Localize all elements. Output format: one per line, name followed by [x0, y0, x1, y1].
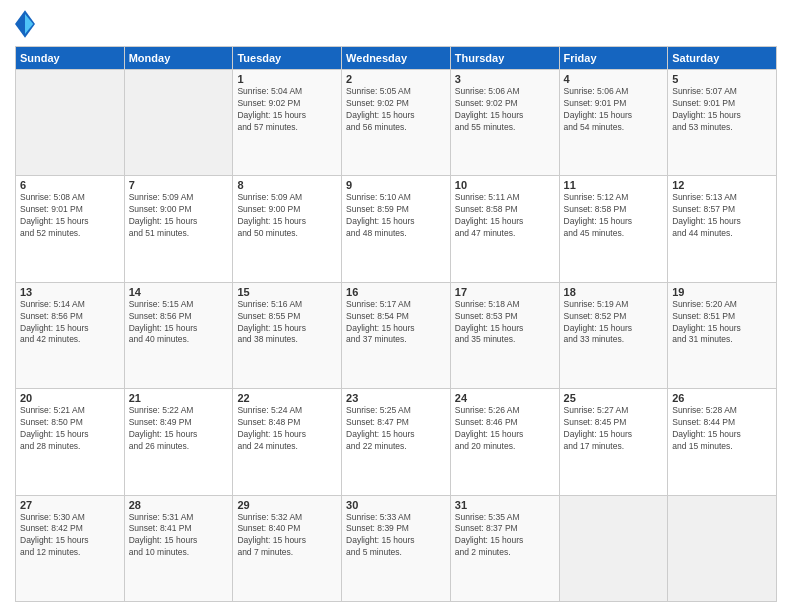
day-number: 18: [564, 286, 664, 298]
day-number: 6: [20, 179, 120, 191]
day-number: 15: [237, 286, 337, 298]
day-info: Sunrise: 5:22 AM Sunset: 8:49 PM Dayligh…: [129, 405, 229, 453]
calendar-cell: 6Sunrise: 5:08 AM Sunset: 9:01 PM Daylig…: [16, 176, 125, 282]
calendar-cell: 20Sunrise: 5:21 AM Sunset: 8:50 PM Dayli…: [16, 389, 125, 495]
day-info: Sunrise: 5:18 AM Sunset: 8:53 PM Dayligh…: [455, 299, 555, 347]
day-info: Sunrise: 5:08 AM Sunset: 9:01 PM Dayligh…: [20, 192, 120, 240]
day-info: Sunrise: 5:14 AM Sunset: 8:56 PM Dayligh…: [20, 299, 120, 347]
day-info: Sunrise: 5:06 AM Sunset: 9:02 PM Dayligh…: [455, 86, 555, 134]
day-info: Sunrise: 5:27 AM Sunset: 8:45 PM Dayligh…: [564, 405, 664, 453]
calendar-week-2: 13Sunrise: 5:14 AM Sunset: 8:56 PM Dayli…: [16, 282, 777, 388]
calendar-cell: [559, 495, 668, 601]
logo-icon: [15, 10, 35, 38]
day-number: 24: [455, 392, 555, 404]
calendar-cell: 2Sunrise: 5:05 AM Sunset: 9:02 PM Daylig…: [342, 70, 451, 176]
calendar-cell: 24Sunrise: 5:26 AM Sunset: 8:46 PM Dayli…: [450, 389, 559, 495]
day-number: 3: [455, 73, 555, 85]
day-info: Sunrise: 5:09 AM Sunset: 9:00 PM Dayligh…: [129, 192, 229, 240]
day-info: Sunrise: 5:11 AM Sunset: 8:58 PM Dayligh…: [455, 192, 555, 240]
calendar-cell: 26Sunrise: 5:28 AM Sunset: 8:44 PM Dayli…: [668, 389, 777, 495]
day-info: Sunrise: 5:28 AM Sunset: 8:44 PM Dayligh…: [672, 405, 772, 453]
calendar-cell: 30Sunrise: 5:33 AM Sunset: 8:39 PM Dayli…: [342, 495, 451, 601]
day-number: 22: [237, 392, 337, 404]
day-number: 9: [346, 179, 446, 191]
calendar-cell: [124, 70, 233, 176]
day-header-thursday: Thursday: [450, 47, 559, 70]
day-number: 23: [346, 392, 446, 404]
day-number: 11: [564, 179, 664, 191]
day-info: Sunrise: 5:20 AM Sunset: 8:51 PM Dayligh…: [672, 299, 772, 347]
day-header-tuesday: Tuesday: [233, 47, 342, 70]
day-info: Sunrise: 5:35 AM Sunset: 8:37 PM Dayligh…: [455, 512, 555, 560]
day-number: 29: [237, 499, 337, 511]
calendar-cell: 4Sunrise: 5:06 AM Sunset: 9:01 PM Daylig…: [559, 70, 668, 176]
day-number: 7: [129, 179, 229, 191]
day-info: Sunrise: 5:25 AM Sunset: 8:47 PM Dayligh…: [346, 405, 446, 453]
calendar-week-4: 27Sunrise: 5:30 AM Sunset: 8:42 PM Dayli…: [16, 495, 777, 601]
day-number: 10: [455, 179, 555, 191]
day-info: Sunrise: 5:06 AM Sunset: 9:01 PM Dayligh…: [564, 86, 664, 134]
day-number: 13: [20, 286, 120, 298]
calendar-cell: 17Sunrise: 5:18 AM Sunset: 8:53 PM Dayli…: [450, 282, 559, 388]
calendar-cell: 8Sunrise: 5:09 AM Sunset: 9:00 PM Daylig…: [233, 176, 342, 282]
day-info: Sunrise: 5:07 AM Sunset: 9:01 PM Dayligh…: [672, 86, 772, 134]
calendar-cell: 19Sunrise: 5:20 AM Sunset: 8:51 PM Dayli…: [668, 282, 777, 388]
calendar-cell: 9Sunrise: 5:10 AM Sunset: 8:59 PM Daylig…: [342, 176, 451, 282]
day-info: Sunrise: 5:12 AM Sunset: 8:58 PM Dayligh…: [564, 192, 664, 240]
calendar-cell: 14Sunrise: 5:15 AM Sunset: 8:56 PM Dayli…: [124, 282, 233, 388]
calendar-cell: 1Sunrise: 5:04 AM Sunset: 9:02 PM Daylig…: [233, 70, 342, 176]
calendar-header-row: SundayMondayTuesdayWednesdayThursdayFrid…: [16, 47, 777, 70]
day-info: Sunrise: 5:05 AM Sunset: 9:02 PM Dayligh…: [346, 86, 446, 134]
calendar-table: SundayMondayTuesdayWednesdayThursdayFrid…: [15, 46, 777, 602]
day-info: Sunrise: 5:19 AM Sunset: 8:52 PM Dayligh…: [564, 299, 664, 347]
calendar-cell: 10Sunrise: 5:11 AM Sunset: 8:58 PM Dayli…: [450, 176, 559, 282]
calendar-cell: 29Sunrise: 5:32 AM Sunset: 8:40 PM Dayli…: [233, 495, 342, 601]
day-number: 5: [672, 73, 772, 85]
day-number: 21: [129, 392, 229, 404]
day-header-monday: Monday: [124, 47, 233, 70]
calendar-cell: 31Sunrise: 5:35 AM Sunset: 8:37 PM Dayli…: [450, 495, 559, 601]
day-header-friday: Friday: [559, 47, 668, 70]
day-info: Sunrise: 5:31 AM Sunset: 8:41 PM Dayligh…: [129, 512, 229, 560]
day-number: 8: [237, 179, 337, 191]
day-number: 16: [346, 286, 446, 298]
day-number: 26: [672, 392, 772, 404]
day-info: Sunrise: 5:32 AM Sunset: 8:40 PM Dayligh…: [237, 512, 337, 560]
day-number: 17: [455, 286, 555, 298]
day-number: 14: [129, 286, 229, 298]
day-info: Sunrise: 5:10 AM Sunset: 8:59 PM Dayligh…: [346, 192, 446, 240]
calendar-week-3: 20Sunrise: 5:21 AM Sunset: 8:50 PM Dayli…: [16, 389, 777, 495]
day-number: 2: [346, 73, 446, 85]
calendar-cell: 25Sunrise: 5:27 AM Sunset: 8:45 PM Dayli…: [559, 389, 668, 495]
calendar-cell: 7Sunrise: 5:09 AM Sunset: 9:00 PM Daylig…: [124, 176, 233, 282]
day-number: 28: [129, 499, 229, 511]
day-header-saturday: Saturday: [668, 47, 777, 70]
day-info: Sunrise: 5:16 AM Sunset: 8:55 PM Dayligh…: [237, 299, 337, 347]
day-info: Sunrise: 5:04 AM Sunset: 9:02 PM Dayligh…: [237, 86, 337, 134]
calendar-cell: 23Sunrise: 5:25 AM Sunset: 8:47 PM Dayli…: [342, 389, 451, 495]
day-number: 25: [564, 392, 664, 404]
calendar-cell: 28Sunrise: 5:31 AM Sunset: 8:41 PM Dayli…: [124, 495, 233, 601]
calendar-cell: 16Sunrise: 5:17 AM Sunset: 8:54 PM Dayli…: [342, 282, 451, 388]
day-number: 1: [237, 73, 337, 85]
day-info: Sunrise: 5:15 AM Sunset: 8:56 PM Dayligh…: [129, 299, 229, 347]
day-info: Sunrise: 5:17 AM Sunset: 8:54 PM Dayligh…: [346, 299, 446, 347]
calendar-cell: 5Sunrise: 5:07 AM Sunset: 9:01 PM Daylig…: [668, 70, 777, 176]
calendar-cell: 13Sunrise: 5:14 AM Sunset: 8:56 PM Dayli…: [16, 282, 125, 388]
day-number: 30: [346, 499, 446, 511]
calendar-cell: [16, 70, 125, 176]
day-info: Sunrise: 5:13 AM Sunset: 8:57 PM Dayligh…: [672, 192, 772, 240]
calendar-week-1: 6Sunrise: 5:08 AM Sunset: 9:01 PM Daylig…: [16, 176, 777, 282]
logo: [15, 10, 39, 38]
calendar-cell: 12Sunrise: 5:13 AM Sunset: 8:57 PM Dayli…: [668, 176, 777, 282]
day-info: Sunrise: 5:24 AM Sunset: 8:48 PM Dayligh…: [237, 405, 337, 453]
day-header-wednesday: Wednesday: [342, 47, 451, 70]
day-info: Sunrise: 5:33 AM Sunset: 8:39 PM Dayligh…: [346, 512, 446, 560]
calendar-cell: 3Sunrise: 5:06 AM Sunset: 9:02 PM Daylig…: [450, 70, 559, 176]
day-info: Sunrise: 5:21 AM Sunset: 8:50 PM Dayligh…: [20, 405, 120, 453]
calendar-cell: [668, 495, 777, 601]
day-number: 4: [564, 73, 664, 85]
day-info: Sunrise: 5:30 AM Sunset: 8:42 PM Dayligh…: [20, 512, 120, 560]
calendar-cell: 27Sunrise: 5:30 AM Sunset: 8:42 PM Dayli…: [16, 495, 125, 601]
day-number: 27: [20, 499, 120, 511]
